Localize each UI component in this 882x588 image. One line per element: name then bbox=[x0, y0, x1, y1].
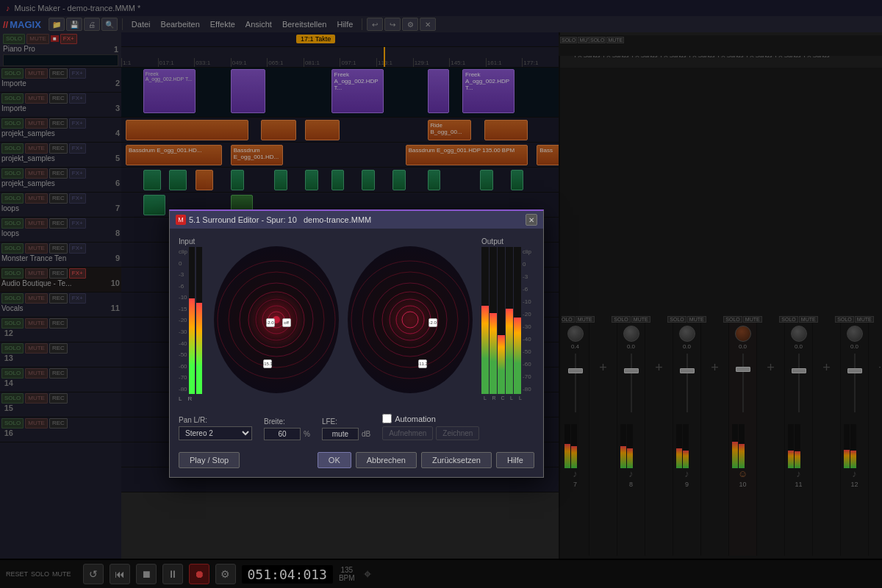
lfe-unit: dB bbox=[362, 430, 370, 438]
breite-input[interactable] bbox=[264, 428, 301, 440]
ok-btn[interactable]: OK bbox=[318, 452, 351, 468]
dialog-controls: Pan L/R: Stereo 2 Breite: % LFE: bbox=[179, 411, 534, 443]
surround-dot-bottom-left[interactable]: -15.3 bbox=[263, 359, 272, 368]
abbrechen-btn[interactable]: Abbrechen bbox=[356, 452, 417, 468]
aufnehmen-btn[interactable]: Aufnehmen bbox=[382, 426, 433, 440]
input-section: Input clip 0 -3 -6 -10 -15 -20 -30 -4 bbox=[179, 237, 205, 402]
surround-rings-svg bbox=[214, 246, 339, 393]
out-meter-2 bbox=[490, 247, 497, 394]
hilfe-btn[interactable]: Hilfe bbox=[496, 452, 534, 468]
pan-lr-select[interactable]: Stereo 2 bbox=[179, 426, 252, 440]
input-label: Input bbox=[179, 237, 205, 245]
surround-right-circle: -2.0 -11.2 bbox=[348, 237, 473, 402]
input-meters bbox=[189, 247, 202, 394]
input-meter-r bbox=[196, 247, 202, 394]
surround-visualizer: Input clip 0 -3 -6 -10 -15 -20 -30 -4 bbox=[179, 237, 534, 402]
input-scale: clip 0 -3 -6 -10 -15 -20 -30 -40 -50 -60… bbox=[179, 247, 187, 394]
surround-dot-br-label: -11.2 bbox=[417, 362, 428, 366]
output-channel-labels: L R C L L bbox=[481, 395, 531, 401]
input-ch-r: R bbox=[187, 395, 192, 402]
surround-rings-svg-r bbox=[348, 246, 473, 393]
surround-dot-right-label: -2.0 bbox=[429, 320, 436, 325]
dialog-close-button[interactable]: ✕ bbox=[526, 214, 537, 226]
zuruecksetzen-btn[interactable]: Zurücksetzen bbox=[421, 452, 492, 468]
output-label: Output bbox=[481, 237, 531, 245]
surround-dot-bl-label: -15.3 bbox=[262, 362, 273, 366]
play-stop-btn[interactable]: Play / Stop bbox=[179, 452, 240, 468]
dialog-footer: Play / Stop OK Abbrechen Zurücksetzen Hi… bbox=[179, 452, 534, 468]
out-meter-4 bbox=[506, 247, 513, 394]
surround-left-circle: -2.0 off -15.3 bbox=[214, 237, 339, 402]
surround-dot-off[interactable]: off bbox=[282, 318, 291, 327]
out-meter-3 bbox=[498, 247, 505, 394]
surround-dot-bottom-right[interactable]: -11.2 bbox=[418, 359, 427, 368]
out-meter-1 bbox=[481, 247, 489, 394]
output-section: Output clip 0 bbox=[481, 237, 531, 402]
output-meters bbox=[481, 247, 521, 394]
breite-group: Breite: % bbox=[264, 417, 310, 440]
svg-point-9 bbox=[247, 290, 306, 349]
dialog-titlebar[interactable]: M 5.1 Surround Editor - Spur: 10 demo-tr… bbox=[170, 211, 543, 229]
automation-group: Automation Aufnehmen Zeichnen bbox=[382, 414, 479, 440]
dialog-overlay: M 5.1 Surround Editor - Spur: 10 demo-tr… bbox=[0, 0, 882, 588]
pan-lr-group: Pan L/R: Stereo 2 bbox=[179, 416, 252, 440]
input-ch-l: L bbox=[179, 395, 182, 402]
input-meter-l bbox=[189, 247, 195, 394]
dialog-title-text: 5.1 Surround Editor - Spur: 10 demo-tran… bbox=[189, 215, 371, 224]
surround-dot-left[interactable]: -2.0 bbox=[266, 318, 275, 327]
breite-label: Breite: bbox=[264, 417, 310, 426]
surround-dot-left-label: -2.0 bbox=[266, 320, 273, 325]
lfe-input[interactable] bbox=[322, 428, 359, 440]
dialog-body: Input clip 0 -3 -6 -10 -15 -20 -30 -4 bbox=[170, 229, 543, 477]
automation-label: Automation bbox=[395, 415, 436, 423]
surround-dot-off-label: off bbox=[284, 320, 289, 325]
out-meter-5 bbox=[514, 247, 521, 394]
pan-lr-label: Pan L/R: bbox=[179, 416, 252, 424]
lfe-label: LFE: bbox=[322, 417, 370, 426]
zeichnen-btn[interactable]: Zeichnen bbox=[436, 426, 479, 440]
surround-dot-right[interactable]: -2.0 bbox=[429, 318, 437, 327]
dialog-title-icon: M bbox=[176, 215, 186, 225]
automation-checkbox[interactable] bbox=[382, 414, 392, 423]
output-scale: clip 0 -3 -6 -10 -20 -30 -40 -50 -60 -70… bbox=[523, 247, 531, 394]
lfe-group: LFE: dB bbox=[322, 417, 370, 440]
breite-unit: % bbox=[304, 430, 310, 438]
surround-dialog: M 5.1 Surround Editor - Spur: 10 demo-tr… bbox=[169, 209, 544, 478]
